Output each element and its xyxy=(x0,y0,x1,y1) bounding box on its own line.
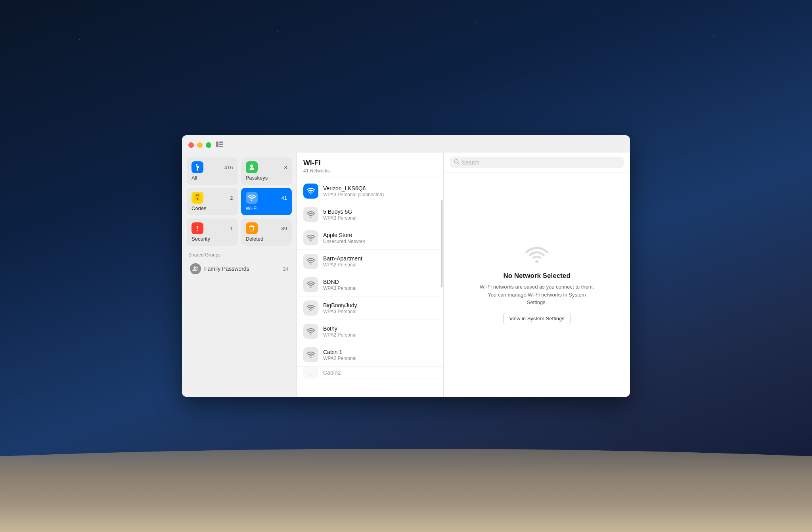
search-input[interactable] xyxy=(462,159,620,166)
maximize-button[interactable] xyxy=(206,142,211,148)
network-name: Apple Store xyxy=(323,232,437,238)
search-input-wrapper xyxy=(450,157,624,168)
key-icon xyxy=(192,161,203,173)
network-type: WPA2 Personal xyxy=(323,262,437,268)
trash-icon xyxy=(246,222,258,234)
traffic-lights xyxy=(188,142,211,148)
sidebar-toggle-button[interactable] xyxy=(216,142,223,149)
sidebar-item-security[interactable]: ! 1 Security xyxy=(187,218,238,246)
network-type: Unsecured Network xyxy=(323,239,437,244)
svg-rect-16 xyxy=(251,226,253,226)
network-type: WPA2 Personal xyxy=(323,356,437,361)
no-selection-title: No Network Selected xyxy=(503,272,570,280)
view-system-settings-button[interactable]: View in System Settings xyxy=(503,313,570,324)
network-type: WPA3 Personal (Connected) xyxy=(323,192,437,197)
svg-rect-0 xyxy=(216,142,218,147)
sidebar-item-wifi[interactable]: 41 Wi-Fi xyxy=(241,188,292,215)
codes-icon xyxy=(192,192,203,204)
network-type: WPA3 Personal xyxy=(323,215,437,221)
network-type: WPA3 Personal xyxy=(323,285,437,291)
network-item-cabin1[interactable]: Cabin 1 WPA2 Personal xyxy=(297,343,443,367)
network-item-5buoys[interactable]: 5 Buoys 5G WPA3 Personal xyxy=(297,203,443,226)
security-icon: ! xyxy=(192,222,203,234)
network-name: Cabin 1 xyxy=(323,349,437,355)
wifi-icon xyxy=(303,207,318,222)
shared-groups-label: Shared Groups xyxy=(187,252,292,258)
svg-rect-9 xyxy=(197,199,198,200)
network-type: WPA2 Personal xyxy=(323,332,437,338)
wifi-icon xyxy=(303,347,318,362)
network-list[interactable]: Verizon_LKS6Q6 WPA3 Personal (Connected) xyxy=(297,178,443,397)
minimize-button[interactable] xyxy=(197,142,203,148)
network-type: WPA3 Personal xyxy=(323,309,437,314)
network-item-bdnd[interactable]: BDND WPA3 Personal xyxy=(297,273,443,297)
list-title: Wi-Fi xyxy=(303,159,437,167)
svg-text:!: ! xyxy=(196,225,198,232)
wifi-icon xyxy=(303,300,318,316)
network-name: Cabin2 xyxy=(323,369,437,376)
wifi-icon xyxy=(303,230,318,245)
wifi-icon-connected xyxy=(303,184,318,199)
category-grid: 416 All xyxy=(187,157,292,246)
network-name: 5 Buoys 5G xyxy=(323,209,437,215)
svg-rect-17 xyxy=(249,226,255,227)
network-item-verizon[interactable]: Verizon_LKS6Q6 WPA3 Personal (Connected) xyxy=(297,180,443,203)
wifi-icon xyxy=(303,277,318,292)
network-name: Bothy xyxy=(323,325,437,332)
main-window: 416 All xyxy=(182,135,630,397)
sidebar: 416 All xyxy=(182,153,297,397)
network-item-barn[interactable]: Barn-Apartment WPA2 Personal xyxy=(297,250,443,273)
svg-point-19 xyxy=(196,267,198,269)
list-panel: Wi-Fi 41 Networks Verizon_L xyxy=(297,153,444,397)
scroll-bar[interactable] xyxy=(441,200,442,287)
svg-point-4 xyxy=(250,165,253,168)
network-item-cabin2[interactable]: Cabin2 xyxy=(297,367,443,379)
main-content: 416 All xyxy=(182,153,630,397)
title-bar xyxy=(182,135,630,149)
sidebar-item-passkeys[interactable]: 8 Passkeys xyxy=(241,157,292,185)
shared-group-family[interactable]: Family Passwords 24 xyxy=(187,261,292,277)
network-item-bothy[interactable]: Bothy WPA2 Personal xyxy=(297,320,443,343)
svg-point-18 xyxy=(193,266,196,269)
search-bar xyxy=(444,153,630,172)
wifi-icon xyxy=(303,367,318,379)
no-network-wifi-icon xyxy=(525,245,549,266)
network-name: Barn-Apartment xyxy=(323,255,437,262)
network-item-applestore[interactable]: Apple Store Unsecured Network xyxy=(297,226,443,250)
search-icon xyxy=(454,159,460,166)
no-selection-state: No Network Selected Wi-Fi networks are s… xyxy=(444,172,630,397)
list-header: Wi-Fi 41 Networks xyxy=(297,153,443,178)
svg-rect-3 xyxy=(219,146,223,147)
network-item-bigbooty[interactable]: BigBootyJudy WPA3 Personal xyxy=(297,297,443,320)
list-subtitle: 41 Networks xyxy=(303,168,437,174)
network-name: BDND xyxy=(323,279,437,285)
close-button[interactable] xyxy=(188,142,194,148)
sidebar-item-deleted[interactable]: 89 Deleted xyxy=(241,218,292,246)
passkey-icon xyxy=(246,161,258,173)
no-selection-description: Wi-Fi networks are saved as you connect … xyxy=(477,283,596,306)
sidebar-item-all[interactable]: 416 All xyxy=(187,157,238,185)
wifi-category-icon xyxy=(246,192,258,204)
network-name: BigBootyJudy xyxy=(323,302,437,308)
detail-panel: No Network Selected Wi-Fi networks are s… xyxy=(444,153,630,397)
svg-rect-1 xyxy=(219,142,223,143)
svg-rect-2 xyxy=(219,144,223,145)
group-avatar xyxy=(190,263,201,274)
sidebar-item-codes[interactable]: 2 Codes xyxy=(187,188,238,215)
network-name: Verizon_LKS6Q6 xyxy=(323,185,437,191)
wifi-icon xyxy=(303,324,318,339)
wifi-icon xyxy=(303,254,318,269)
